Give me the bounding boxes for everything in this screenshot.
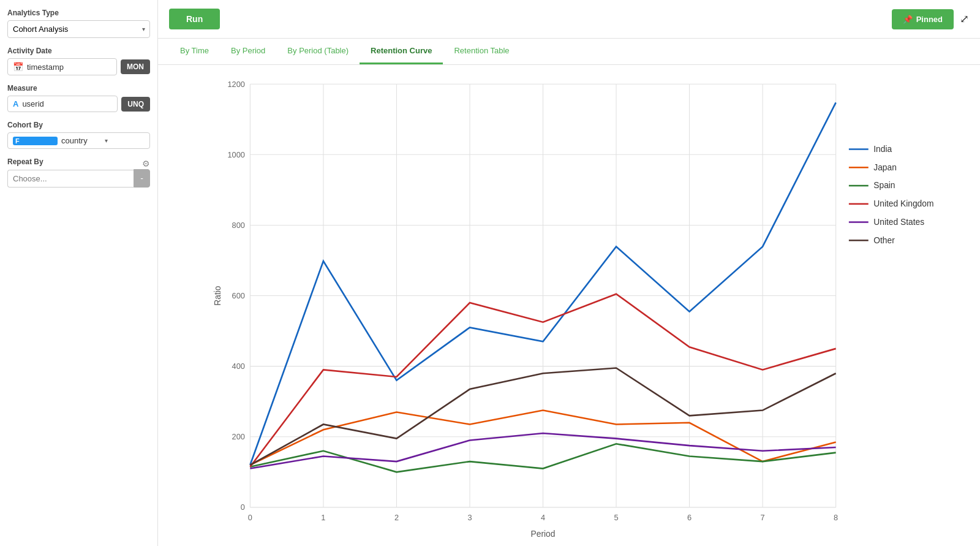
gear-icon[interactable]: ⚙ [142,159,150,169]
repeat-by-section: Repeat By ⚙ - [7,157,150,188]
tab-by-period-table[interactable]: By Period (Table) [276,39,360,64]
analytics-type-section: Analytics Type Cohort Analysis ▾ [7,9,150,38]
expand-button[interactable]: ⤢ [960,12,969,26]
x-tick-1: 1 [321,513,325,522]
main-panel: Run 📌 Pinned ⤢ By Time By Period By Peri… [158,0,980,546]
measure-badge-button[interactable]: UNQ [121,97,150,112]
run-button[interactable]: Run [169,9,220,29]
x-tick-3: 3 [467,513,472,522]
x-tick-5: 5 [614,513,618,522]
activity-date-badge-button[interactable]: MON [121,59,150,74]
y-tick-800: 800 [232,221,245,230]
repeat-by-input[interactable] [7,170,134,188]
activity-date-label: Activity Date [7,47,150,55]
measure-value: userid [22,99,43,108]
tab-retention-table[interactable]: Retention Table [443,39,520,64]
repeat-minus-button[interactable]: - [134,169,150,188]
y-tick-1200: 1200 [228,80,245,89]
cohort-by-select[interactable]: F country ▾ [7,132,150,149]
legend-label-uk: United Kingdom [873,199,933,208]
tab-bar: By Time By Period By Period (Table) Rete… [158,39,980,65]
repeat-by-header: Repeat By ⚙ [7,157,150,169]
analytics-type-select[interactable]: Cohort Analysis [7,20,150,38]
x-tick-4: 4 [541,513,545,522]
topbar: Run 📌 Pinned ⤢ [158,0,980,39]
x-tick-6: 6 [687,513,692,522]
activity-date-value: timestamp [27,63,64,72]
chart-area: 0 200 400 600 800 1000 1200 [158,65,980,546]
activity-date-input[interactable]: 📅 timestamp [7,58,117,75]
legend-label-india: India [873,144,892,154]
y-tick-400: 400 [232,362,245,371]
cohort-by-value: country [61,136,101,145]
y-tick-200: 200 [232,432,245,441]
measure-input[interactable]: A userid [7,96,118,112]
activity-date-section: Activity Date 📅 timestamp MON [7,47,150,75]
tab-retention-curve[interactable]: Retention Curve [360,39,443,64]
x-tick-0: 0 [248,513,252,522]
measure-row: A userid UNQ [7,96,150,112]
x-tick-8: 8 [834,513,838,522]
pin-icon: 📌 [903,15,913,24]
analytics-type-label: Analytics Type [7,9,150,17]
legend-label-japan: Japan [873,162,897,172]
repeat-by-label: Repeat By [7,157,43,166]
legend-label-spain: Spain [873,180,895,190]
x-axis-label: Period [531,529,556,539]
cohort-by-label: Cohort By [7,121,150,129]
x-tick-7: 7 [761,513,765,522]
activity-date-row: 📅 timestamp MON [7,58,150,75]
y-axis-label: Ratio [213,286,222,306]
tab-by-period[interactable]: By Period [220,39,276,64]
y-tick-0: 0 [241,502,245,512]
f-type-icon: F [13,137,58,145]
sidebar: Analytics Type Cohort Analysis ▾ Activit… [0,0,158,546]
y-tick-1000: 1000 [228,150,245,159]
pin-label: Pinned [916,15,943,24]
repeat-by-row: - [7,169,150,188]
analytics-type-select-wrapper[interactable]: Cohort Analysis ▾ [7,20,150,38]
x-tick-2: 2 [394,513,399,522]
a-type-icon: A [13,99,18,108]
legend-label-us: United States [873,217,924,227]
tab-by-time[interactable]: By Time [169,39,220,64]
legend-label-other: Other [873,235,895,245]
cohort-by-section: Cohort By F country ▾ [7,121,150,149]
retention-curve-chart: 0 200 400 600 800 1000 1200 [164,71,974,540]
topbar-right: 📌 Pinned ⤢ [892,9,969,29]
measure-label: Measure [7,84,150,93]
calendar-icon: 📅 [13,62,23,72]
pin-button[interactable]: 📌 Pinned [892,9,954,29]
measure-section: Measure A userid UNQ [7,84,150,112]
cohort-chevron-icon: ▾ [105,137,145,144]
y-tick-600: 600 [232,291,245,300]
